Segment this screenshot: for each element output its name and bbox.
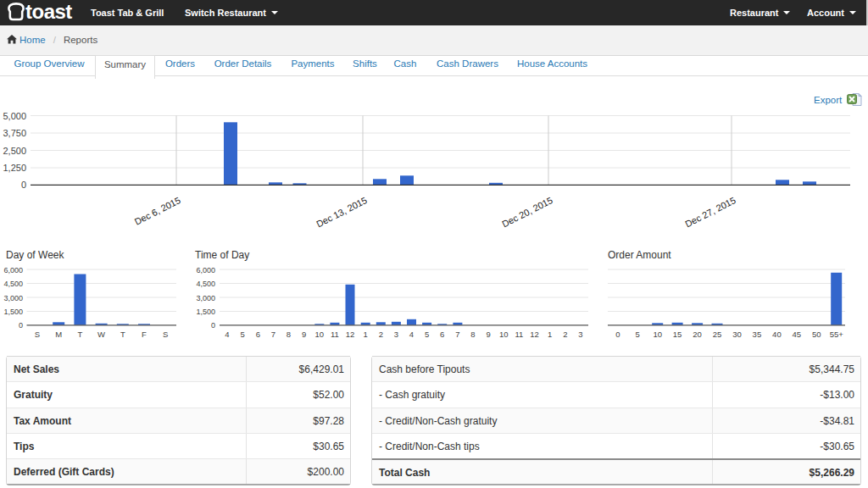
svg-text:0: 0 xyxy=(19,321,23,330)
svg-text:3,750: 3,750 xyxy=(3,128,26,138)
svg-text:12: 12 xyxy=(346,330,355,339)
svg-text:Dec 13, 2015: Dec 13, 2015 xyxy=(314,195,369,229)
svg-text:11: 11 xyxy=(331,330,339,339)
svg-text:6,000: 6,000 xyxy=(3,266,23,274)
svg-text:4,500: 4,500 xyxy=(196,280,215,288)
svg-text:35: 35 xyxy=(753,330,762,339)
svg-text:25: 25 xyxy=(713,330,722,339)
svg-text:1,500: 1,500 xyxy=(196,308,215,316)
svg-text:2,500: 2,500 xyxy=(3,146,26,156)
svg-text:8: 8 xyxy=(470,330,475,339)
svg-text:Dec 27, 2015: Dec 27, 2015 xyxy=(683,195,737,229)
svg-text:5,000: 5,000 xyxy=(3,111,26,121)
svg-text:45: 45 xyxy=(793,330,802,339)
svg-text:M: M xyxy=(55,330,62,339)
svg-text:Dec 20, 2015: Dec 20, 2015 xyxy=(500,195,554,229)
svg-text:9: 9 xyxy=(302,330,306,339)
svg-text:4: 4 xyxy=(225,330,229,339)
svg-text:9: 9 xyxy=(486,330,490,339)
svg-text:T: T xyxy=(120,330,125,339)
svg-text:3: 3 xyxy=(578,330,582,339)
svg-text:0: 0 xyxy=(615,330,620,339)
svg-text:20: 20 xyxy=(693,330,702,339)
svg-text:2: 2 xyxy=(563,330,567,339)
svg-text:5: 5 xyxy=(636,330,640,339)
svg-text:30: 30 xyxy=(732,330,742,339)
svg-text:S: S xyxy=(163,330,168,339)
svg-text:1,500: 1,500 xyxy=(3,308,23,316)
svg-text:0: 0 xyxy=(21,180,26,190)
svg-text:7: 7 xyxy=(271,330,275,339)
svg-text:10: 10 xyxy=(315,330,325,339)
svg-text:10: 10 xyxy=(499,330,509,339)
svg-text:1,250: 1,250 xyxy=(3,163,26,173)
svg-text:7: 7 xyxy=(455,330,459,339)
svg-text:40: 40 xyxy=(772,330,782,339)
svg-text:6: 6 xyxy=(256,330,260,339)
svg-text:4: 4 xyxy=(409,330,414,339)
svg-text:T: T xyxy=(77,330,82,339)
svg-text:50: 50 xyxy=(812,330,821,339)
svg-text:6,000: 6,000 xyxy=(196,266,215,274)
svg-text:3,000: 3,000 xyxy=(196,294,215,302)
svg-text:10: 10 xyxy=(653,330,662,339)
svg-text:0: 0 xyxy=(211,321,215,330)
svg-text:W: W xyxy=(97,330,105,339)
svg-text:11: 11 xyxy=(515,330,523,339)
svg-text:6: 6 xyxy=(440,330,444,339)
svg-text:S: S xyxy=(35,330,40,339)
svg-text:5: 5 xyxy=(240,330,244,339)
svg-text:1: 1 xyxy=(364,330,368,339)
svg-text:4,500: 4,500 xyxy=(3,280,23,288)
svg-text:1: 1 xyxy=(548,330,552,339)
svg-text:3,000: 3,000 xyxy=(3,294,23,302)
svg-text:F: F xyxy=(142,330,147,339)
svg-text:3: 3 xyxy=(394,330,398,339)
svg-text:15: 15 xyxy=(673,330,682,339)
svg-text:55+: 55+ xyxy=(830,330,844,339)
svg-text:12: 12 xyxy=(530,330,539,339)
svg-text:Dec 6, 2015: Dec 6, 2015 xyxy=(133,195,182,227)
svg-text:5: 5 xyxy=(425,330,429,339)
svg-text:2: 2 xyxy=(379,330,383,339)
svg-text:8: 8 xyxy=(287,330,291,339)
